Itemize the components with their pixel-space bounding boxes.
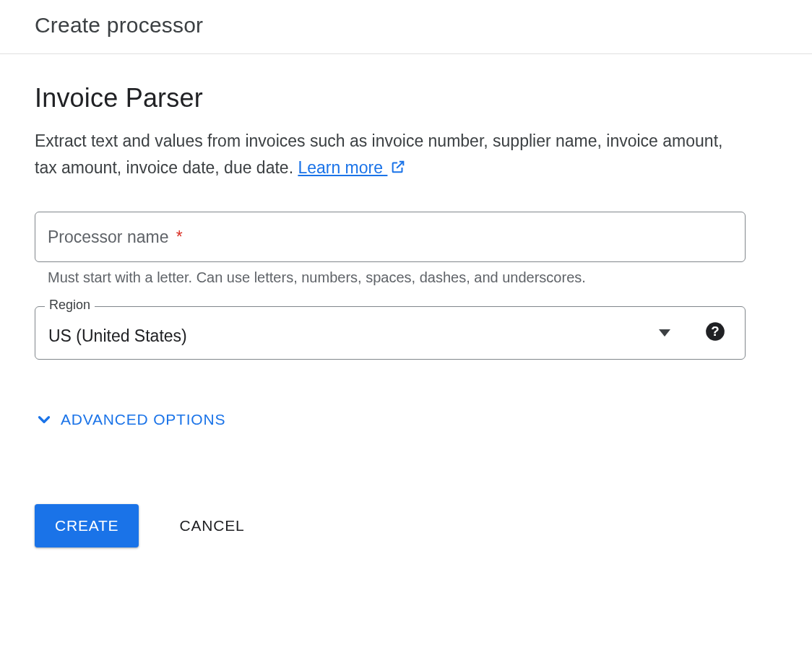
advanced-options-toggle[interactable]: ADVANCED OPTIONS	[35, 410, 225, 429]
help-icon: ?	[705, 321, 725, 342]
page: Create processor Invoice Parser Extract …	[0, 0, 812, 650]
page-title: Create processor	[35, 13, 777, 38]
section-heading: Invoice Parser	[35, 83, 746, 113]
processor-name-input[interactable]	[35, 212, 746, 262]
region-selected-value: US (United States)	[48, 326, 187, 346]
content: Invoice Parser Extract text and values f…	[0, 54, 780, 591]
section-description: Extract text and values from invoices su…	[35, 128, 746, 183]
page-header: Create processor	[0, 0, 812, 54]
action-bar: CREATE CANCEL	[35, 504, 746, 547]
region-select[interactable]: US (United States)	[35, 306, 746, 360]
region-help-button[interactable]: ?	[705, 321, 725, 344]
region-field: Region US (United States) ?	[35, 306, 746, 360]
create-button[interactable]: CREATE	[35, 504, 139, 547]
cancel-button[interactable]: CANCEL	[173, 504, 250, 547]
advanced-options-label: ADVANCED OPTIONS	[61, 411, 225, 428]
processor-name-helper: Must start with a letter. Can use letter…	[48, 269, 743, 286]
learn-more-text: Learn more	[298, 158, 383, 177]
chevron-down-icon	[35, 410, 53, 429]
region-label: Region	[45, 298, 95, 313]
external-link-icon	[390, 156, 406, 183]
svg-text:?: ?	[711, 324, 719, 339]
processor-name-field: Processor name *	[35, 212, 746, 262]
learn-more-link[interactable]: Learn more	[298, 158, 406, 177]
